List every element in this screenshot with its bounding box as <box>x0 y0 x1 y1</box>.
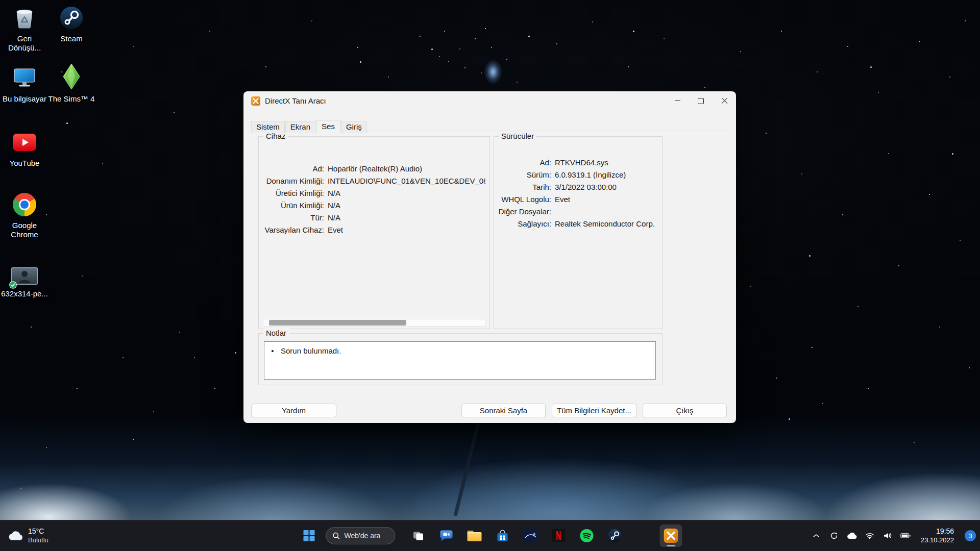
drivers-group-title: Sürücüler <box>499 132 536 140</box>
search-box[interactable]: Web'de ara <box>326 527 396 544</box>
microsoft-store-button[interactable] <box>492 524 514 547</box>
field-row: Ürün Kimliği:N/A <box>263 199 485 211</box>
minimize-button[interactable] <box>666 91 689 110</box>
weather-condition: Bulutlu <box>28 536 48 544</box>
start-button[interactable] <box>298 524 321 547</box>
netflix-icon <box>552 529 566 542</box>
help-button[interactable]: Yardım <box>251 404 336 417</box>
spotify-button[interactable] <box>576 524 598 547</box>
desktop-icon-sims4[interactable]: The Sims™ 4 <box>48 60 95 104</box>
steam-taskbar-button[interactable] <box>604 524 626 547</box>
device-fields: Ad:Hoparlör (Realtek(R) Audio) Donanım K… <box>259 137 489 236</box>
hidden-icons-chevron[interactable] <box>811 528 822 543</box>
next-page-button[interactable]: Sonraki Sayfa <box>461 404 546 417</box>
field-value: N/A <box>328 213 340 222</box>
desktop-icon-recycle-bin[interactable]: Geri Dönüşü... <box>1 3 48 53</box>
field-value: N/A <box>328 189 340 197</box>
search-icon <box>333 532 340 540</box>
steam-icon <box>48 3 95 33</box>
notes-group-title: Notlar <box>263 329 289 337</box>
field-label: Ürün Kimliği: <box>263 201 324 210</box>
device-group-title: Cihaz <box>263 132 288 140</box>
search-label: Web'de ara <box>345 532 381 540</box>
battery-icon[interactable] <box>900 528 911 543</box>
desktop-icon-this-pc[interactable]: Bu bilgisayar <box>1 63 48 104</box>
desktop-icon-label: Google Chrome <box>1 221 48 240</box>
drivers-groupbox: Sürücüler Ad:RTKVHD64.sys Sürüm:6.0.9319… <box>494 136 663 329</box>
folder-icon <box>468 531 482 541</box>
field-label: Ad: <box>498 158 551 167</box>
field-label: Donanım Kimliği: <box>263 177 324 185</box>
field-row: Diğer Dosyalar: <box>498 205 658 217</box>
chrome-taskbar-button[interactable] <box>632 524 654 547</box>
background-stars-bright <box>0 0 2 2</box>
exit-button[interactable]: Çıkış <box>643 404 727 417</box>
teams-chat-button[interactable] <box>435 524 458 547</box>
dxdiag-window: DirectX Tanı Aracı Sistem Ekran Ses Giri… <box>243 91 736 423</box>
wifi-icon[interactable] <box>864 528 875 543</box>
system-tray: 19:56 23.10.2022 3 <box>811 520 976 551</box>
disney-plus-button[interactable] <box>520 524 542 547</box>
weather-text: 15°C Bulutlu <box>28 527 48 544</box>
field-row: Sağlayıcı:Realtek Semiconductor Corp. <box>498 217 658 230</box>
desktop-icon-image-file[interactable]: 632x314-pe... <box>1 266 48 298</box>
taskbar-clock[interactable]: 19:56 23.10.2022 <box>921 527 954 544</box>
volume-icon[interactable] <box>882 528 893 543</box>
field-label: Üretici Kimliği: <box>263 189 324 197</box>
tab-ekran[interactable]: Ekran <box>285 121 315 133</box>
desktop-icon-label: Steam <box>48 34 95 43</box>
maximize-button[interactable] <box>689 91 713 110</box>
save-all-info-button[interactable]: Tüm Bilgileri Kaydet... <box>552 404 636 417</box>
netflix-button[interactable] <box>548 524 570 547</box>
dxdiag-taskbar-button[interactable] <box>660 524 682 547</box>
field-value: RTKVHD64.sys <box>555 158 608 167</box>
desktop-icon-label: 632x314-pe... <box>1 289 48 298</box>
scrollbar-thumb[interactable] <box>269 320 406 325</box>
note-item: Sorun bulunmadı. <box>264 342 655 355</box>
onedrive-icon[interactable] <box>846 528 857 543</box>
horizontal-scrollbar[interactable] <box>263 319 485 327</box>
tab-ses[interactable]: Ses <box>316 120 340 133</box>
sync-check-badge-icon <box>9 281 17 289</box>
field-label: Tarih: <box>498 183 551 191</box>
clock-date: 23.10.2022 <box>921 536 954 545</box>
tab-giris[interactable]: Giriş <box>341 121 367 133</box>
background-glow <box>484 59 502 85</box>
desktop-icon-youtube[interactable]: YouTube <box>1 128 48 168</box>
field-label: Sağlayıcı: <box>498 219 551 228</box>
field-row: Varsayılan Cihaz:Evet <box>263 223 485 236</box>
file-explorer-button[interactable] <box>463 524 486 547</box>
tab-sistem[interactable]: Sistem <box>251 121 285 133</box>
plumbob-icon <box>48 60 95 93</box>
desktop: Geri Dönüşü... Steam Bu bilgisayar <box>0 0 980 551</box>
weather-widget[interactable]: 15°C Bulutlu <box>2 520 55 551</box>
recycle-bin-icon <box>1 3 48 33</box>
maximize-icon <box>698 98 704 104</box>
close-button[interactable] <box>713 91 736 110</box>
desktop-icon-label: Bu bilgisayar <box>1 94 48 104</box>
field-row: Ad:Hoparlör (Realtek(R) Audio) <box>263 162 485 174</box>
youtube-icon <box>1 128 48 157</box>
field-row: Donanım Kimliği:INTELAUDIO\FUNC_01&VEN_1… <box>263 174 485 187</box>
window-controls <box>666 91 736 110</box>
window-titlebar[interactable]: DirectX Tanı Aracı <box>243 91 736 110</box>
desktop-icon-chrome[interactable]: Google Chrome <box>1 190 48 240</box>
device-groupbox: Cihaz Ad:Hoparlör (Realtek(R) Audio) Don… <box>258 136 490 329</box>
task-view-icon <box>412 530 425 542</box>
window-title: DirectX Tanı Aracı <box>265 96 326 105</box>
notification-badge[interactable]: 3 <box>965 530 976 541</box>
field-label: Tür: <box>263 213 324 222</box>
field-row: Sürüm:6.0.9319.1 (İngilizce) <box>498 168 658 181</box>
task-view-button[interactable] <box>407 524 430 547</box>
notes-listbox[interactable]: Sorun bulunmadı. <box>264 341 656 380</box>
notes-groupbox: Notlar Sorun bulunmadı. <box>258 333 663 385</box>
desktop-icon-steam[interactable]: Steam <box>48 3 95 43</box>
field-row: Ad:RTKVHD64.sys <box>498 156 658 168</box>
sync-icon[interactable] <box>828 528 840 543</box>
driver-fields: Ad:RTKVHD64.sys Sürüm:6.0.9319.1 (İngili… <box>494 137 662 230</box>
disney-plus-icon <box>524 529 537 542</box>
directx-window-icon <box>251 96 260 106</box>
field-value: Realtek Semiconductor Corp. <box>555 219 655 228</box>
field-value: Evet <box>328 226 343 234</box>
chrome-icon <box>1 190 48 219</box>
